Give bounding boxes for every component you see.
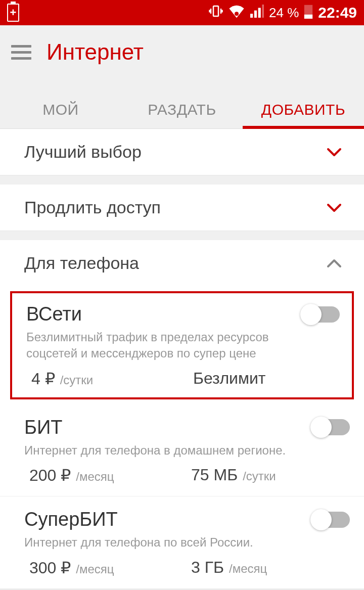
battery-icon	[304, 4, 313, 22]
plan-price: 300 ₽/месяц	[24, 558, 186, 577]
plan-data-unit: /месяц	[229, 562, 267, 576]
plan-data: Безлимит	[188, 369, 270, 388]
svg-rect-6	[306, 4, 310, 5]
plan-price-value: 200 ₽	[29, 466, 71, 485]
plan-description: Интернет для телефона по всей России.	[24, 534, 307, 551]
section-header-best-choice[interactable]: Лучший выбор	[0, 129, 364, 175]
status-left: +	[7, 4, 19, 22]
menu-icon[interactable]	[11, 45, 31, 60]
tabs: МОЙ РАЗДАТЬ ДОБАВИТЬ	[0, 89, 364, 129]
plan-data: 3 ГБ/месяц	[186, 558, 267, 577]
status-time: 22:49	[318, 4, 357, 21]
plan-data-value: 3 ГБ	[191, 558, 224, 577]
svg-rect-8	[304, 14, 312, 18]
status-right: 24 % 22:49	[208, 4, 357, 22]
plan-price-value: 300 ₽	[29, 558, 71, 577]
plan-price: 200 ₽/месяц	[24, 466, 186, 485]
chevron-up-icon	[326, 255, 343, 272]
plan-price-unit: /сутки	[60, 373, 94, 387]
section-gap	[0, 175, 364, 185]
section-body-for-phone: ВСети Безлимитный трафик в пределах ресу…	[0, 291, 364, 589]
plan-card-superbit[interactable]: СуперБИТ Интернет для телефона по всей Р…	[0, 496, 364, 588]
tab-share[interactable]: РАЗДАТЬ	[121, 89, 243, 128]
plan-description: Безлимитный трафик в пределах ресурсов с…	[26, 329, 309, 362]
chevron-down-icon	[326, 144, 343, 161]
plan-title: СуперБИТ	[24, 509, 118, 530]
plan-title: БИТ	[24, 417, 62, 438]
tab-my[interactable]: МОЙ	[0, 89, 121, 128]
page-title: Интернет	[47, 39, 144, 65]
plan-card-vseti[interactable]: ВСети Безлимитный трафик в пределах ресу…	[10, 291, 354, 399]
plan-data-value: 75 МБ	[191, 466, 238, 484]
plan-data: 75 МБ/сутки	[186, 466, 276, 485]
plan-toggle[interactable]	[311, 512, 350, 528]
plan-price-unit: /месяц	[76, 470, 114, 484]
app-header: Интернет	[0, 25, 364, 74]
plan-title: ВСети	[26, 303, 82, 325]
svg-rect-2	[250, 14, 253, 18]
plan-data-value: Безлимит	[193, 369, 265, 388]
plan-price: 4 ₽/сутки	[26, 369, 188, 388]
plan-price-value: 4 ₽	[31, 369, 55, 388]
status-bar: + 24 % 22:49	[0, 0, 364, 25]
svg-rect-0	[213, 6, 218, 16]
chevron-down-icon	[326, 199, 343, 216]
section-best-choice: Лучший выбор	[0, 129, 364, 175]
tab-add[interactable]: ДОБАВИТЬ	[243, 89, 364, 128]
section-label: Для телефона	[24, 253, 139, 273]
section-header-for-phone[interactable]: Для телефона	[0, 240, 364, 286]
svg-point-1	[235, 12, 239, 16]
plan-price-unit: /месяц	[76, 562, 114, 576]
vibrate-icon	[208, 4, 223, 22]
battery-percent: 24 %	[269, 5, 299, 21]
plan-toggle[interactable]	[301, 306, 340, 323]
plan-card-bit[interactable]: БИТ Интернет для телефона в домашнем рег…	[0, 404, 364, 496]
section-label: Продлить доступ	[24, 198, 161, 217]
battery-plus-icon: +	[7, 4, 19, 22]
plan-description: Интернет для телефона в домашнем регионе…	[24, 442, 307, 459]
section-for-phone: Для телефона ВСети Безлимитный трафик в …	[0, 240, 364, 589]
wifi-icon	[229, 4, 245, 22]
svg-rect-3	[254, 10, 257, 17]
svg-rect-4	[258, 8, 261, 18]
plan-data-unit: /сутки	[243, 469, 276, 483]
plan-toggle[interactable]	[311, 419, 350, 435]
svg-rect-5	[262, 5, 264, 18]
signal-icon	[250, 5, 264, 21]
section-header-extend-access[interactable]: Продлить доступ	[0, 185, 364, 231]
section-gap	[0, 231, 364, 240]
section-label: Лучший выбор	[24, 142, 142, 162]
section-extend-access: Продлить доступ	[0, 185, 364, 231]
